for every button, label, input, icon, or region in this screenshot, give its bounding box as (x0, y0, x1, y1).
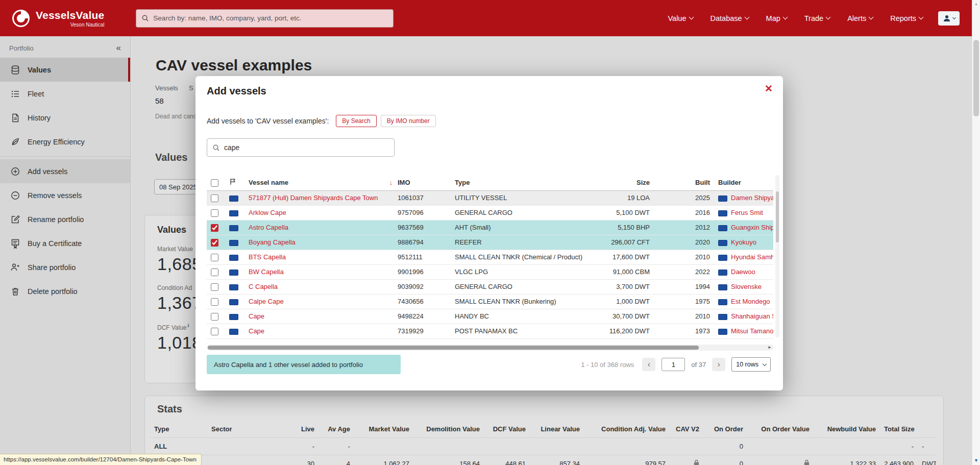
vessel-name-link[interactable]: Cape (249, 312, 264, 320)
col-imo[interactable]: IMO (394, 175, 451, 190)
builder-link[interactable]: Guangxin Ship (731, 224, 773, 231)
row-checkbox[interactable] (211, 224, 218, 232)
row-checkbox[interactable] (211, 209, 218, 217)
chevron-down-icon (826, 15, 831, 20)
scroll-up-icon[interactable]: ▲ (972, 2, 980, 6)
page-number-input[interactable] (662, 358, 685, 371)
scroll-down-icon[interactable]: ▼ (972, 458, 980, 463)
table-row[interactable]: Calpe Cape 7430656 SMALL CLEAN TNKR (Bun… (207, 294, 773, 309)
builder-link[interactable]: Shanhaiguan S (731, 312, 773, 320)
global-search-input[interactable] (153, 14, 388, 22)
builder-link[interactable]: Damen Shipya (731, 194, 773, 202)
builder-link[interactable]: Ferus Smit (731, 209, 763, 216)
vessel-name-link[interactable]: BW Capella (249, 268, 284, 276)
row-checkbox[interactable] (211, 268, 218, 276)
table-row[interactable]: Cape 7319929 POST PANAMAX BC 116,200 DWT… (207, 324, 773, 338)
table-row[interactable]: Arklow Cape 9757096 GENERAL CARGO 5,100 … (207, 205, 773, 220)
by-imo-number-button[interactable]: By IMO number (381, 115, 436, 127)
vessel-name-link[interactable]: Boyang Capella (249, 238, 296, 246)
chevron-down-icon (919, 15, 924, 20)
builder-flag-icon (718, 284, 727, 290)
table-row[interactable]: BW Capella 9901996 VLGC LPG 91,000 CBM 2… (207, 264, 773, 279)
col-builder[interactable]: Builder (714, 175, 773, 190)
vessel-flag-icon (229, 284, 238, 290)
table-row[interactable]: 571877 (Hull) Damen Shipyards Cape Town … (207, 190, 773, 205)
app-window: VesselsValue Veson Nautical Value Databa… (0, 0, 980, 465)
nav-item-reports[interactable]: Reports (890, 14, 923, 22)
col-built[interactable]: Built (654, 175, 714, 190)
chevron-down-icon (689, 15, 694, 20)
vessel-search-input[interactable] (224, 143, 389, 152)
scroll-right-icon[interactable]: ► (768, 345, 772, 351)
chevron-down-icon (763, 361, 767, 365)
chevron-down-icon (782, 15, 788, 20)
builder-flag-icon (718, 314, 727, 320)
vessel-flag-icon (229, 270, 238, 276)
nav-item-trade[interactable]: Trade (804, 14, 830, 22)
vessel-search-field[interactable] (207, 138, 395, 157)
nav-item-value[interactable]: Value (668, 14, 693, 22)
builder-flag-icon (718, 270, 727, 276)
add-vessels-modal: Add vessels ✕ Add vessels to 'CAV vessel… (195, 76, 783, 390)
scrollbar-thumb[interactable] (208, 346, 699, 350)
close-icon[interactable]: ✕ (765, 83, 773, 94)
row-checkbox[interactable] (211, 239, 218, 247)
total-pages-label: of 37 (691, 361, 706, 369)
logo[interactable]: VesselsValue Veson Nautical (11, 9, 104, 28)
builder-flag-icon (718, 210, 727, 216)
chevron-down-icon (952, 16, 955, 19)
select-all-checkbox[interactable] (211, 179, 218, 187)
row-checkbox[interactable] (211, 283, 218, 291)
col-size[interactable]: Size (598, 175, 654, 190)
search-icon (141, 14, 149, 22)
builder-link[interactable]: Hyundai Samh (731, 253, 773, 261)
prev-page-button[interactable]: ‹ (642, 358, 655, 371)
vessel-name-link[interactable]: C Capella (249, 283, 278, 290)
row-checkbox[interactable] (211, 328, 218, 335)
col-type[interactable]: Type (451, 175, 598, 190)
vessel-flag-icon (229, 225, 238, 231)
row-range-label: 1 - 10 of 368 rows (581, 361, 634, 369)
table-row[interactable]: Boyang Capella 9886794 REEFER 296,007 CF… (207, 235, 773, 250)
next-page-button[interactable]: › (712, 358, 725, 371)
builder-link[interactable]: Est Mondego (731, 298, 770, 305)
table-row[interactable]: Cape 9498224 HANDY BC 30,700 DWT 2010 Sh… (207, 309, 773, 324)
vessel-name-link[interactable]: 571877 (Hull) Damen Shipyards Cape Town (249, 194, 378, 202)
vessel-flag-icon (229, 329, 238, 335)
nav-item-map[interactable]: Map (766, 14, 787, 22)
nav-item-database[interactable]: Database (710, 14, 749, 22)
global-search[interactable] (136, 9, 394, 28)
vessel-name-link[interactable]: BTS Capella (249, 253, 286, 261)
table-vertical-scrollbar[interactable] (775, 175, 779, 337)
scrollbar-thumb[interactable] (776, 191, 779, 242)
user-menu-button[interactable] (938, 11, 960, 26)
row-checkbox[interactable] (211, 313, 218, 321)
table-row[interactable]: Astro Capella 9637569 AHT (Small) 5,150 … (207, 220, 773, 235)
vessel-name-link[interactable]: Calpe Cape (249, 298, 284, 305)
builder-link[interactable]: Slovenske (731, 283, 762, 290)
rows-per-page-select[interactable]: 10 rows (731, 357, 771, 372)
modal-title: Add vessels (207, 85, 266, 97)
scrollbar-thumb[interactable] (973, 40, 979, 116)
builder-link[interactable]: Daewoo (731, 268, 755, 276)
row-checkbox[interactable] (211, 254, 218, 261)
sort-desc-icon[interactable]: ↓ (389, 179, 393, 186)
row-checkbox[interactable] (211, 298, 218, 306)
pagination: 1 - 10 of 368 rows ‹ of 37 › 10 rows (581, 355, 771, 374)
page-scrollbar[interactable]: ▲ ▼ (972, 0, 980, 465)
col-vessel-name[interactable]: Vessel name ↓ (244, 175, 394, 190)
top-nav: Value Database Map Trade Alerts Reports (668, 14, 923, 22)
builder-link[interactable]: Mitsui Tamano (731, 327, 773, 335)
vessel-name-link[interactable]: Arklow Cape (249, 209, 286, 216)
table-horizontal-scrollbar[interactable]: ► (207, 345, 773, 351)
row-checkbox[interactable] (211, 194, 218, 202)
nav-item-alerts[interactable]: Alerts (847, 14, 873, 22)
builder-link[interactable]: Kyokuyo (731, 238, 756, 246)
modal-subtitle: Add vessels to 'CAV vessel examples': (207, 117, 329, 125)
by-search-button[interactable]: By Search (336, 115, 376, 127)
vessel-name-link[interactable]: Cape (249, 327, 264, 335)
table-row[interactable]: C Capella 9039092 GENERAL CARGO 3,700 DW… (207, 279, 773, 294)
vessel-flag-icon (229, 240, 238, 246)
table-row[interactable]: BTS Capella 9512111 SMALL CLEAN TNKR (Ch… (207, 250, 773, 264)
vessel-name-link[interactable]: Astro Capella (249, 224, 288, 231)
